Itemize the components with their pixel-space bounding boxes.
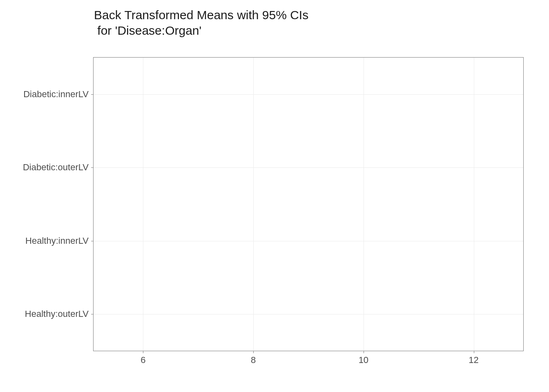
x-tick: [474, 351, 474, 353]
y-tick-label: Healthy:innerLV: [25, 236, 89, 246]
chart-container: Back Transformed Means with 95% CIs for …: [0, 0, 549, 392]
gridline-x: [253, 58, 254, 351]
x-tick-label: 12: [469, 355, 478, 365]
gridline-y: [94, 167, 523, 168]
gridline-x: [364, 58, 364, 351]
gridline-x: [474, 58, 474, 351]
plot-panel: 6 8 10 12 Diabetic:innerLV Diabetic:oute…: [93, 57, 524, 351]
y-tick: [91, 94, 94, 95]
chart-title: Back Transformed Means with 95% CIs for …: [94, 7, 308, 38]
gridline-y: [94, 314, 523, 314]
y-tick: [91, 314, 94, 314]
gridline-y: [94, 241, 523, 241]
y-tick: [91, 241, 94, 241]
y-tick-label: Diabetic:outerLV: [23, 162, 89, 173]
y-tick: [91, 167, 94, 168]
x-tick-label: 8: [251, 355, 256, 365]
gridline-x: [143, 58, 143, 351]
x-tick: [364, 351, 364, 353]
x-tick: [143, 351, 143, 353]
x-tick-label: 6: [141, 355, 145, 365]
y-tick-label: Healthy:outerLV: [25, 309, 89, 319]
x-tick-label: 10: [359, 355, 368, 365]
x-tick: [253, 351, 254, 353]
gridline-y: [94, 94, 523, 95]
y-tick-label: Diabetic:innerLV: [23, 89, 89, 100]
